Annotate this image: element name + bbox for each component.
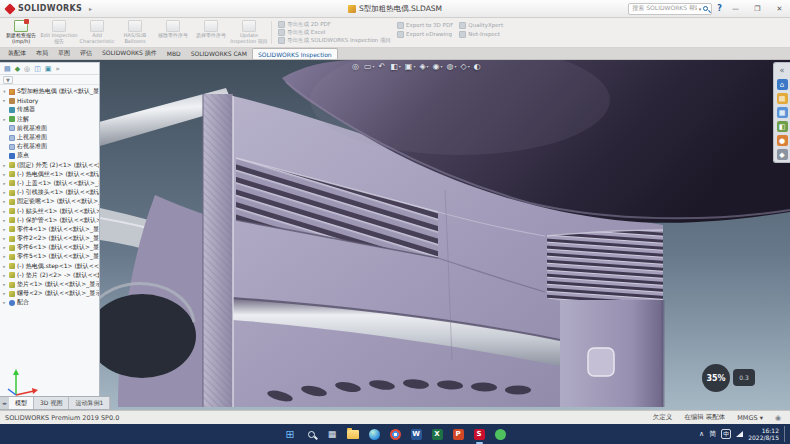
expand-arrow-icon[interactable]: ▸: [2, 300, 7, 305]
headsup-icon[interactable]: ▣ ▾: [405, 62, 416, 71]
tree-item[interactable]: 上视基准面: [2, 133, 99, 142]
headsup-icon[interactable]: ◧ ▾: [390, 62, 401, 71]
task-pane-icon[interactable]: ◧: [777, 121, 788, 132]
tree-item[interactable]: ▸ (-) 引线接头<1> (默认<<默认...: [2, 188, 99, 197]
tree-item[interactable]: ▸ (-) 垫片 (2)<2> -> (默认<<默认...: [2, 271, 99, 280]
panel-header-icon[interactable]: ◫: [34, 65, 41, 73]
ribbon-tab[interactable]: 布局: [31, 48, 53, 59]
panel-header-icon[interactable]: ◆: [15, 65, 20, 73]
task-pane-icon[interactable]: ◆: [777, 149, 788, 160]
headsup-icon[interactable]: ◐: [474, 62, 482, 71]
tree-item[interactable]: ▸ 零件2<2> (默认<<默认>_显示状态: [2, 234, 99, 243]
headsup-icon[interactable]: ◍ ▾: [447, 62, 457, 71]
taskbar-app-icon[interactable]: [367, 427, 382, 442]
panel-header-icon[interactable]: ▣: [45, 65, 52, 73]
expand-arrow-icon[interactable]: ▸: [2, 282, 7, 287]
expand-arrow-icon[interactable]: ▸: [2, 245, 7, 250]
tree-item[interactable]: ▸ History: [2, 96, 99, 105]
ribbon-menu-item[interactable]: Export to 3D PDF: [397, 21, 453, 29]
ribbon-tab[interactable]: 装配体: [3, 48, 31, 59]
ribbon-tab[interactable]: SOLIDWORKS Inspection: [252, 48, 338, 59]
minimize-button[interactable]: —: [727, 2, 744, 16]
tree-item[interactable]: ▸ (-) 保护管<1> (默认<<默认>_显示状: [2, 216, 99, 225]
expand-arrow-icon[interactable]: ▸: [2, 227, 7, 232]
task-pane-icon[interactable]: ⌂: [777, 79, 788, 90]
headsup-icon[interactable]: ◎: [352, 62, 360, 71]
ribbon-tab[interactable]: SOLIDWORKS 插件: [97, 48, 162, 59]
maximize-button[interactable]: ❐: [749, 2, 766, 16]
view-mode-tab[interactable]: 运动算例1: [69, 397, 110, 409]
ribbon-menu-item[interactable]: 导出生成 SOLIDWORKS Inspection 项目: [278, 37, 391, 44]
tree-item[interactable]: 原点: [2, 151, 99, 160]
chevron-down-icon[interactable]: ▾: [373, 64, 375, 69]
tree-item[interactable]: 右视基准面: [2, 142, 99, 151]
panel-header-icon[interactable]: ▤: [4, 65, 11, 73]
expand-arrow-icon[interactable]: ▸: [2, 209, 7, 214]
taskbar-app-icon[interactable]: S: [472, 427, 487, 442]
headsup-icon[interactable]: ◈ ▾: [419, 62, 428, 71]
ribbon-menu-item[interactable]: Net-Inspect: [459, 30, 503, 38]
chevron-down-icon[interactable]: ▾: [427, 64, 429, 69]
ribbon-button[interactable]: 新建检查报告(imp/h): [2, 19, 40, 46]
ribbon-tab[interactable]: SOLIDWORKS CAM: [186, 48, 252, 59]
tree-item[interactable]: ▸ 零件5<1> (默认<<默认>_显示状态: [2, 252, 99, 261]
ribbon-tab[interactable]: 评估: [75, 48, 97, 59]
expand-arrow-icon[interactable]: ▸: [2, 218, 7, 223]
chevron-down-icon[interactable]: ▾: [468, 64, 470, 69]
tree-item[interactable]: ▸ 配合: [2, 298, 99, 307]
tree-item[interactable]: ▸ 垫片<1> (默认<<默认>_显示状态: [2, 280, 99, 289]
ribbon-button[interactable]: Edit Inspection 报告: [40, 19, 78, 46]
network-icon[interactable]: [736, 431, 743, 437]
search-icon[interactable]: [703, 6, 708, 11]
taskbar-app-icon[interactable]: [304, 427, 319, 442]
tray-clock[interactable]: 16:12 2022/8/15: [748, 427, 779, 442]
tree-item[interactable]: ▸ 零件6<1> (默认<<默认>_显示状态: [2, 243, 99, 252]
ribbon-tab[interactable]: 草图: [53, 48, 75, 59]
taskbar-app-icon[interactable]: X: [430, 427, 445, 442]
help-button[interactable]: ?: [717, 4, 722, 13]
taskbar-app-icon[interactable]: [493, 427, 508, 442]
chevron-down-icon[interactable]: ▾: [699, 6, 702, 12]
ribbon-menu-item[interactable]: 导出生成 2D PDF: [278, 21, 391, 28]
show-desktop-button[interactable]: [784, 426, 787, 442]
ime-indicator[interactable]: 简: [709, 429, 716, 439]
ribbon-button[interactable]: Add Characteristic: [78, 19, 116, 46]
headsup-icon[interactable]: ◉ ▾: [433, 62, 443, 71]
panel-header-icon[interactable]: »: [55, 65, 59, 73]
menu-expand-arrow-icon[interactable]: ▸: [89, 5, 92, 12]
ribbon-button[interactable]: 选择零件序号: [192, 19, 230, 46]
taskbar-app-icon[interactable]: P: [451, 427, 466, 442]
expand-arrow-icon[interactable]: ▾: [2, 89, 7, 94]
expand-arrow-icon[interactable]: ▸: [2, 172, 7, 177]
language-indicator[interactable]: 中: [721, 429, 731, 439]
chevron-down-icon[interactable]: ▾: [441, 64, 443, 69]
headsup-icon[interactable]: ◇ ▾: [461, 62, 470, 71]
close-button[interactable]: ✕: [771, 2, 788, 16]
task-pane-icon[interactable]: ●: [777, 135, 788, 146]
task-pane-icon[interactable]: ▦: [777, 107, 788, 118]
ribbon-button[interactable]: Update Inspection 项目: [230, 19, 268, 46]
tree-item[interactable]: ▸ 固定瓷嘴<1> (默认<<默认>_显示状: [2, 197, 99, 206]
expand-arrow-icon[interactable]: ▸: [2, 199, 7, 204]
headsup-icon[interactable]: ▭ ▾: [364, 62, 375, 71]
taskbar-app-icon[interactable]: W: [409, 427, 424, 442]
filter-icon[interactable]: ▼: [3, 76, 13, 84]
panel-header-icon[interactable]: ◎: [24, 65, 30, 73]
tree-item[interactable]: ▸ (-) 贴头丝<1> (默认<<默认>_显示...: [2, 206, 99, 215]
expand-arrow-icon[interactable]: ▸: [2, 264, 7, 269]
tree-item[interactable]: ▸ (-) 热电偶.step<1> (默认<<默认>...: [2, 262, 99, 271]
taskbar-app-icon[interactable]: ▦: [325, 427, 340, 442]
expand-arrow-icon[interactable]: ▸: [2, 291, 7, 296]
ribbon-menu-item[interactable]: 导出生成 Excel: [278, 29, 391, 36]
expand-arrow-icon[interactable]: ▸: [2, 163, 7, 168]
search-input[interactable]: 搜索 SOLIDWORKS 帮助 ▾: [628, 3, 712, 15]
expand-arrow-icon[interactable]: ▸: [2, 254, 7, 259]
taskbar-app-icon[interactable]: [346, 427, 361, 442]
ribbon-button[interactable]: 移除零件序号: [154, 19, 192, 46]
expand-arrow-icon[interactable]: ▸: [2, 273, 7, 278]
tray-expand-icon[interactable]: ∧: [699, 430, 704, 438]
ribbon-button[interactable]: HAS/SUB Balloons: [116, 19, 154, 46]
tree-item[interactable]: 前视基准面: [2, 124, 99, 133]
tree-item[interactable]: ▸ 零件4<1> (默认<<默认>_显示状态: [2, 225, 99, 234]
expand-arrow-icon[interactable]: ▸: [2, 190, 7, 195]
